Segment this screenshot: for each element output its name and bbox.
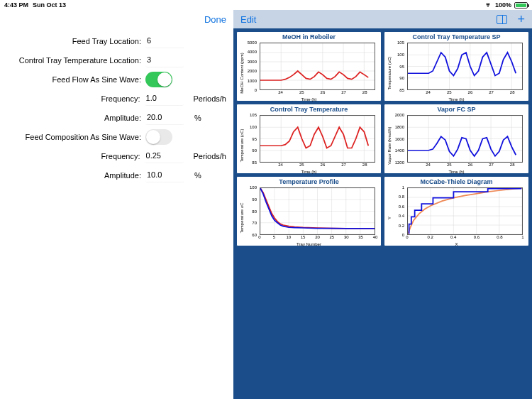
y-tick: 85 <box>252 160 257 165</box>
chart-card-2[interactable]: Control Tray TemperatureTemperature (oC)… <box>236 104 382 174</box>
chart-title: McCabe-Thiele Diagram <box>386 178 527 185</box>
chart-card-0[interactable]: MeOH in ReboilerMeOH Content (ppm)Time (… <box>236 31 382 102</box>
y-tick: 100 <box>250 185 257 190</box>
x-axis-label: Time (h) <box>301 97 316 102</box>
done-button[interactable]: Done <box>204 14 226 25</box>
form-label: Feed Composition As Sine Wave: <box>7 133 145 141</box>
x-tick: 27 <box>489 163 494 167</box>
y-tick: 1 <box>402 185 404 190</box>
x-tick: 26 <box>468 163 473 167</box>
form-label: Feed Tray Location: <box>7 37 145 45</box>
y-tick: 0.8 <box>399 195 404 199</box>
x-tick: 1 <box>521 235 523 239</box>
y-tick: 95 <box>399 65 404 69</box>
plot-area <box>407 115 523 163</box>
y-tick: 85 <box>399 88 404 92</box>
y-tick: 95 <box>252 137 257 141</box>
status-bar: 4:43 PM Sun Oct 13 ᯤ 100% <box>0 0 532 10</box>
battery-percent: 100% <box>495 1 511 9</box>
x-tick: 24 <box>426 90 431 94</box>
y-tick: 5000 <box>248 40 257 45</box>
edit-button[interactable]: Edit <box>240 14 256 25</box>
input-0[interactable] <box>145 34 184 48</box>
x-tick: 0.4 <box>450 235 456 239</box>
settings-form: Feed Tray Location:Control Tray Temperat… <box>0 28 233 185</box>
form-label: Frequency: <box>7 152 145 160</box>
y-tick: 1000 <box>248 79 257 83</box>
chart-card-4[interactable]: Temperature ProfileTemperature oCTray Nu… <box>236 176 382 246</box>
x-tick: 0.8 <box>497 235 502 239</box>
y-tick: 4000 <box>248 50 257 54</box>
chart-body: Vapor Rate (kmol/h)Time (h)1200140016001… <box>386 114 527 173</box>
form-row: Frequency:Periods/h <box>7 89 226 108</box>
x-tick: 27 <box>489 90 494 94</box>
x-tick: 24 <box>426 163 431 167</box>
y-tick: 90 <box>252 197 257 202</box>
chart-body: YX00.20.40.60.8100.20.40.60.81 <box>386 186 527 245</box>
x-tick: 40 <box>373 235 378 239</box>
form-row: Control Tray Temperature Location: <box>7 50 226 70</box>
x-tick: 25 <box>447 90 452 94</box>
input-4[interactable] <box>145 111 184 125</box>
book-icon[interactable] <box>497 15 507 24</box>
y-tick: 105 <box>250 113 257 117</box>
wifi-icon: ᯤ <box>486 1 492 9</box>
y-tick: 2000 <box>395 113 404 117</box>
y-tick: 1600 <box>395 137 404 141</box>
y-tick: 105 <box>397 40 404 45</box>
input-3[interactable] <box>145 92 184 106</box>
x-tick: 24 <box>278 90 283 94</box>
x-tick: 26 <box>321 90 326 94</box>
unit-label: % <box>194 171 201 180</box>
x-tick: 28 <box>510 163 515 167</box>
y-tick: 1800 <box>395 125 404 129</box>
chart-card-1[interactable]: Control Tray Temperature SPTemperature (… <box>384 31 529 102</box>
y-tick: 0 <box>255 88 257 92</box>
plot-area <box>260 115 375 163</box>
chart-body: Temperature oCTray Number607080901000510… <box>238 186 379 245</box>
x-axis-label: Tray Number <box>297 242 321 246</box>
add-button[interactable]: + <box>517 13 525 26</box>
chart-body: MeOH Content (ppm)Time (h)01000200030004… <box>238 41 379 100</box>
x-tick: 0.6 <box>474 235 480 239</box>
y-tick: 60 <box>252 233 257 237</box>
y-tick: 90 <box>252 148 257 153</box>
x-tick: 30 <box>344 235 349 239</box>
x-tick: 27 <box>341 90 346 94</box>
y-tick: 0.2 <box>399 224 404 228</box>
x-tick: 28 <box>510 90 515 94</box>
form-row: Feed Composition As Sine Wave: <box>7 127 226 146</box>
input-7[interactable] <box>145 168 184 182</box>
chart-card-5[interactable]: McCabe-Thiele DiagramYX00.20.40.60.8100.… <box>384 176 529 246</box>
right-toolbar: Edit + <box>233 10 532 28</box>
toggle-5[interactable] <box>145 129 172 145</box>
x-axis-label: Time (h) <box>448 97 464 102</box>
chart-card-3[interactable]: Vapor FC SPVapor Rate (kmol/h)Time (h)12… <box>384 104 529 174</box>
form-label: Amplitude: <box>7 171 145 180</box>
x-tick: 25 <box>299 90 304 94</box>
x-tick: 25 <box>447 163 452 167</box>
x-tick: 0 <box>406 235 408 239</box>
y-tick: 2000 <box>248 69 257 73</box>
y-tick: 1400 <box>395 148 404 153</box>
toggle-2[interactable] <box>145 72 172 87</box>
x-tick: 25 <box>330 235 335 239</box>
chart-title: Control Tray Temperature SP <box>386 33 527 40</box>
y-tick: 70 <box>252 221 257 225</box>
plot-area <box>260 187 375 235</box>
x-axis-label: Time (h) <box>301 170 316 174</box>
plot-area <box>407 43 523 90</box>
input-1[interactable] <box>145 53 184 67</box>
x-tick: 10 <box>286 235 291 239</box>
status-date: Sun Oct 13 <box>33 1 66 9</box>
chart-title: Vapor FC SP <box>386 106 527 113</box>
unit-label: % <box>194 114 201 122</box>
y-tick: 0.4 <box>399 214 404 218</box>
x-tick: 24 <box>278 163 283 167</box>
form-row: Amplitude:% <box>7 165 226 185</box>
x-tick: 28 <box>362 163 367 167</box>
plot-area <box>407 187 523 235</box>
input-6[interactable] <box>145 149 184 163</box>
left-toolbar: Done <box>0 10 233 28</box>
x-tick: 26 <box>321 163 326 167</box>
